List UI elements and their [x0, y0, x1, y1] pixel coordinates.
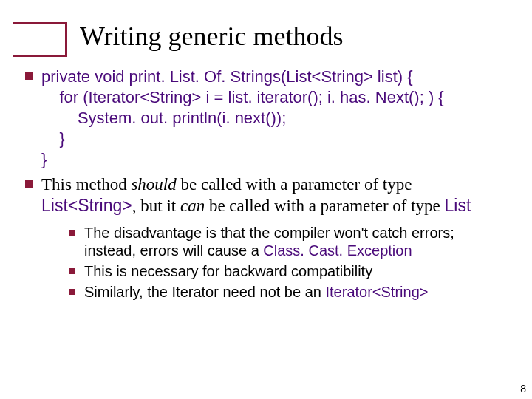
code-line-4: }: [41, 129, 65, 148]
text-fragment: This method: [41, 175, 131, 194]
text-fragment: be called with a parameter of type: [177, 175, 412, 194]
bullet-icon: [25, 180, 33, 188]
page-number: 8: [520, 383, 526, 395]
text-fragment: , but it: [132, 197, 180, 215]
title-ornament-top: [13, 22, 66, 24]
slide: Writing generic methods private void pri…: [0, 0, 532, 399]
sub-bullet-1-text: The disadvantage is that the compiler wo…: [84, 224, 507, 259]
sub-bullet-3: Similarly, the Iterator need not be an I…: [69, 283, 507, 301]
code-inline-list: List: [445, 196, 471, 215]
bullet-icon: [69, 268, 75, 274]
code-line-5: }: [41, 150, 47, 168]
code-block: private void print. List. Of. Strings(Li…: [41, 66, 444, 170]
sub-bullet-list: The disadvantage is that the compiler wo…: [69, 224, 507, 301]
code-inline-iterator: Iterator<String>: [325, 284, 428, 300]
code-inline-liststring: List<String>: [41, 196, 132, 215]
bullet-icon: [69, 289, 75, 295]
code-inline-exception: Class. Cast. Exception: [263, 242, 412, 259]
explanation-text: This method should be called with a para…: [41, 174, 507, 216]
text-fragment: Similarly, the Iterator need not be an: [84, 284, 325, 300]
bullet-icon: [25, 72, 33, 80]
text-fragment: be called with a parameter of type: [205, 197, 444, 215]
text-italic-can: can: [180, 197, 205, 215]
slide-body: private void print. List. Of. Strings(Li…: [25, 66, 507, 304]
title-ornament-bottom: [13, 55, 66, 57]
code-line-1: private void print. List. Of. Strings(Li…: [41, 67, 413, 86]
text-italic-should: should: [131, 175, 176, 194]
title-ornament-vert: [65, 22, 67, 57]
sub-bullet-2: This is necessary for backward compatibi…: [69, 262, 507, 280]
bullet-explanation: This method should be called with a para…: [25, 174, 507, 216]
sub-bullet-1: The disadvantage is that the compiler wo…: [69, 224, 507, 259]
sub-bullet-3-text: Similarly, the Iterator need not be an I…: [84, 283, 428, 301]
sub-bullet-2-text: This is necessary for backward compatibi…: [84, 262, 372, 280]
code-line-2: for (Iterator<String> i = list. iterator…: [41, 88, 444, 106]
slide-title: Writing generic methods: [80, 21, 343, 52]
bullet-code: private void print. List. Of. Strings(Li…: [25, 66, 507, 170]
bullet-icon: [69, 230, 75, 236]
code-line-3: System. out. println(i. next());: [41, 109, 286, 127]
title-bar: Writing generic methods: [0, 13, 532, 49]
